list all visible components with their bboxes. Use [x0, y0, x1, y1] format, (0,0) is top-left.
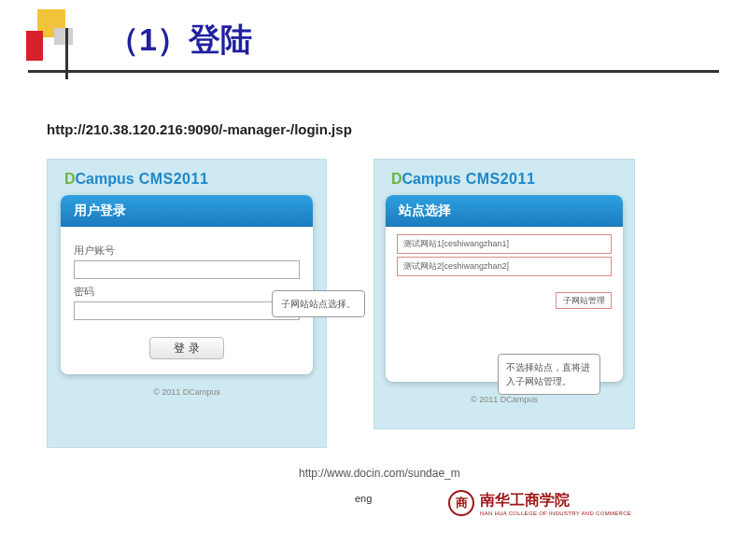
brand-logo-right: DCampus CMS2011 — [374, 160, 634, 191]
brand-campus: Campus — [76, 171, 134, 187]
site-select-panel: DCampus CMS2011 站点选择 测试网站1[ceshiwangzhan… — [374, 159, 635, 429]
callout-site-select: 子网站站点选择。 — [272, 290, 365, 317]
slide-title: （1）登陆 — [107, 19, 252, 62]
site-list: 测试网站1[ceshiwangzhan1] 测试网站2[ceshiwangzha… — [386, 227, 623, 288]
subsite-manage-button[interactable]: 子网站管理 — [556, 292, 612, 309]
school-logo-text-group: 南华工商学院 NAN HUA COLLEGE OF INDUSTRY AND C… — [480, 491, 631, 516]
brand-campus-r: Campus — [402, 171, 461, 187]
school-name-en: NAN HUA COLLEGE OF INDUSTRY AND COMMERCE — [480, 511, 631, 516]
login-copyright: © 2011 DCampus — [48, 374, 326, 397]
login-url: http://210.38.120.216:9090/-manager-/log… — [47, 121, 352, 137]
square-red — [26, 31, 43, 61]
site-item[interactable]: 测试网站2[ceshiwangzhan2] — [397, 257, 612, 276]
divider-horizontal — [28, 70, 719, 73]
footer-docin-url: http://www.docin.com/sundae_m — [299, 467, 460, 480]
school-name: 南华工商学院 — [480, 492, 570, 508]
password-label: 密码 — [74, 285, 300, 299]
login-card: 用户登录 用户账号 密码 登 录 — [61, 195, 313, 374]
site-select-card: 站点选择 测试网站1[ceshiwangzhan1] 测试网站2[ceshiwa… — [386, 195, 623, 382]
square-gray — [54, 28, 73, 45]
school-seal-icon: 商 — [448, 490, 474, 516]
footer-eng: eng — [355, 493, 372, 504]
site-select-header: 站点选择 — [386, 195, 623, 227]
login-card-header: 用户登录 — [61, 195, 313, 227]
brand-d-r: D — [391, 171, 402, 187]
brand-cms: CMS2011 — [134, 171, 209, 187]
callout-no-select: 不选择站点，直将进入子网站管理。 — [498, 354, 600, 395]
brand-d: D — [64, 171, 76, 187]
login-button[interactable]: 登 录 — [149, 337, 224, 359]
password-input[interactable] — [74, 301, 300, 320]
brand-cms-r: CMS2011 — [461, 171, 536, 187]
username-label: 用户账号 — [74, 244, 300, 258]
username-input[interactable] — [74, 260, 300, 279]
panels-row: DCampus CMS2011 用户登录 用户账号 密码 登 录 © 2011 … — [47, 159, 719, 448]
footer-school-logo: 商 南华工商学院 NAN HUA COLLEGE OF INDUSTRY AND… — [448, 490, 631, 516]
brand-logo: DCampus CMS2011 — [48, 160, 326, 191]
slide-header: （1）登陆 — [0, 0, 747, 93]
site-item[interactable]: 测试网站1[ceshiwangzhan1] — [397, 234, 612, 254]
